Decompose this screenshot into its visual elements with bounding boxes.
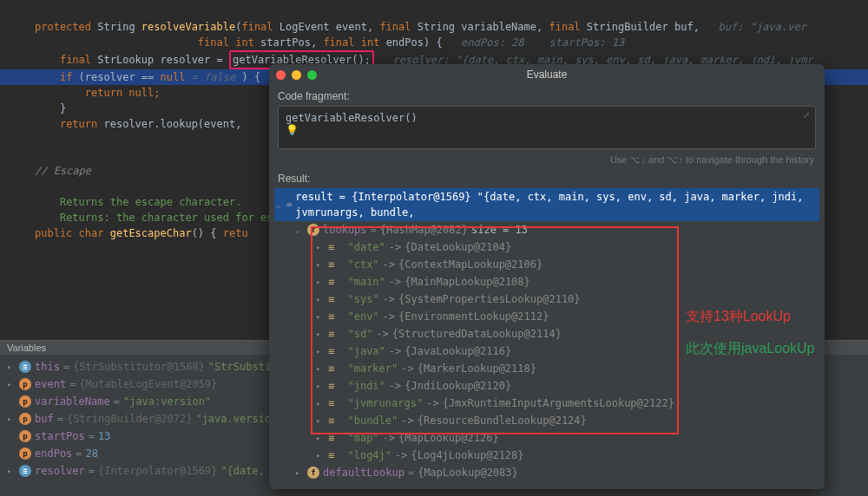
annotation-1: 支持13种LookUp bbox=[686, 308, 791, 326]
chevron-right-icon[interactable]: ▸ bbox=[316, 395, 325, 411]
var-name: resolver bbox=[35, 463, 85, 479]
map-entry-icon: ≡ bbox=[328, 413, 334, 428]
expand-icon[interactable]: ⤢ bbox=[803, 110, 810, 120]
configuration-row[interactable]: ▸ f configuration = {XmlConfiguration@15… bbox=[274, 481, 819, 484]
close-icon[interactable] bbox=[276, 70, 286, 80]
var-name: buf bbox=[35, 411, 54, 427]
chevron-right-icon[interactable]: ▸ bbox=[316, 274, 325, 290]
chevron-down-icon[interactable]: ⌄ bbox=[295, 222, 304, 238]
map-entry-row[interactable]: ▸≡ "ctx" -> {ContextMapLookup@2106} bbox=[274, 256, 819, 273]
dialog-titlebar[interactable]: Evaluate bbox=[269, 64, 825, 85]
map-entry-row[interactable]: ▸≡ "bundle" -> {ResourceBundleLookup@212… bbox=[274, 412, 819, 429]
chevron-right-icon[interactable]: ▸ bbox=[316, 309, 325, 324]
map-entry-icon: ≡ bbox=[328, 343, 334, 359]
map-entry-icon: ≡ bbox=[328, 395, 334, 411]
code-fragment-label: Code fragment: bbox=[269, 85, 825, 104]
var-name: startPos bbox=[35, 428, 85, 444]
link-icon: ∞ bbox=[286, 197, 292, 212]
nav-hint: Use ⌥↓ and ⌥↑ to navigate through the hi… bbox=[269, 153, 825, 171]
annotation-2: 此次使用javaLookUp bbox=[686, 340, 815, 358]
field-icon: f bbox=[307, 467, 319, 479]
chevron-right-icon[interactable]: ▸ bbox=[316, 430, 325, 446]
map-entry-row[interactable]: ▸≡ "main" -> {MainMapLookup@2108} bbox=[274, 273, 819, 290]
code-fragment-input[interactable]: getVariableResolver() 💡 ⤢ bbox=[278, 106, 816, 149]
map-entry-icon: ≡ bbox=[328, 361, 334, 376]
result-root-row[interactable]: ⌄ ∞ result = {Interpolator@1569} "{date,… bbox=[274, 188, 819, 221]
chevron-right-icon[interactable]: ▸ bbox=[316, 447, 325, 463]
chevron-right-icon[interactable]: ▸ bbox=[316, 239, 325, 255]
map-entry-icon: ≡ bbox=[328, 430, 334, 446]
chevron-right-icon[interactable]: ▸ bbox=[316, 413, 325, 428]
var-name: variableName bbox=[35, 394, 110, 409]
map-entry-row[interactable]: ▸≡ "map" -> {MapLookup@2126} bbox=[274, 429, 819, 447]
map-entry-icon: ≡ bbox=[328, 239, 334, 255]
maximize-icon[interactable] bbox=[307, 70, 317, 80]
dialog-title: Evaluate bbox=[269, 69, 825, 81]
chevron-right-icon[interactable]: ▸ bbox=[316, 291, 325, 307]
var-name: endPos bbox=[35, 446, 72, 461]
stack-icon: ≡ bbox=[19, 465, 31, 477]
map-entry-row[interactable]: ▸≡ "jvmrunargs" -> {JmxRuntimeInputArgum… bbox=[274, 395, 819, 412]
field-icon: f bbox=[307, 224, 319, 236]
map-entry-icon: ≡ bbox=[328, 291, 334, 307]
map-entry-row[interactable]: ▸≡ "log4j" -> {Log4jLookup@2128} bbox=[274, 447, 819, 464]
param-icon: p bbox=[19, 378, 31, 390]
map-entry-icon: ≡ bbox=[328, 274, 334, 290]
default-lookup-row[interactable]: ▸ f defaultLookup = {MapLookup@2083} bbox=[274, 464, 819, 481]
stack-icon: ≡ bbox=[19, 361, 31, 373]
chevron-right-icon[interactable]: ▸ bbox=[7, 463, 16, 479]
param-icon: p bbox=[19, 430, 31, 442]
map-entry-icon: ≡ bbox=[328, 257, 334, 272]
evaluate-dialog: Evaluate Code fragment: getVariableResol… bbox=[269, 64, 825, 489]
chevron-right-icon[interactable]: ▸ bbox=[316, 361, 325, 376]
map-entry-icon: ≡ bbox=[328, 447, 334, 463]
chevron-right-icon[interactable]: ▸ bbox=[316, 343, 325, 359]
map-entry-row[interactable]: ▸≡ "marker" -> {MarkerLookup@2118} bbox=[274, 360, 819, 377]
map-entry-icon: ≡ bbox=[328, 326, 334, 342]
chevron-right-icon[interactable]: ▸ bbox=[316, 378, 325, 394]
chevron-right-icon[interactable]: ▸ bbox=[7, 411, 16, 427]
map-entry-icon: ≡ bbox=[328, 309, 334, 324]
bulb-icon[interactable]: 💡 bbox=[286, 124, 299, 136]
chevron-right-icon[interactable]: ▸ bbox=[7, 359, 16, 375]
map-entry-row[interactable]: ▸≡ "sys" -> {SystemPropertiesLookup@2110… bbox=[274, 290, 819, 308]
var-name: this bbox=[35, 359, 60, 375]
map-entry-row[interactable]: ▸≡ "date" -> {DateLookup@2104} bbox=[274, 238, 819, 256]
map-entry-row[interactable]: ▸≡ "jndi" -> {JndiLookup@2120} bbox=[274, 377, 819, 395]
chevron-right-icon[interactable]: ▸ bbox=[316, 326, 325, 342]
minimize-icon[interactable] bbox=[292, 70, 301, 80]
param-icon: p bbox=[19, 413, 31, 425]
result-label: Result: bbox=[269, 171, 825, 186]
map-entry-icon: ≡ bbox=[328, 378, 334, 394]
lookups-row[interactable]: ⌄ f lookups = {HashMap@2082} size = 13 bbox=[274, 221, 819, 238]
param-icon: p bbox=[19, 447, 31, 460]
chevron-right-icon[interactable]: ▸ bbox=[7, 376, 16, 392]
chevron-right-icon[interactable]: ▸ bbox=[316, 257, 325, 272]
chevron-down-icon[interactable]: ⌄ bbox=[276, 197, 283, 212]
result-tree[interactable]: ⌄ ∞ result = {Interpolator@1569} "{date,… bbox=[274, 188, 819, 484]
var-name: event bbox=[35, 376, 66, 392]
param-icon: p bbox=[19, 395, 31, 408]
chevron-right-icon[interactable]: ▸ bbox=[295, 465, 304, 480]
